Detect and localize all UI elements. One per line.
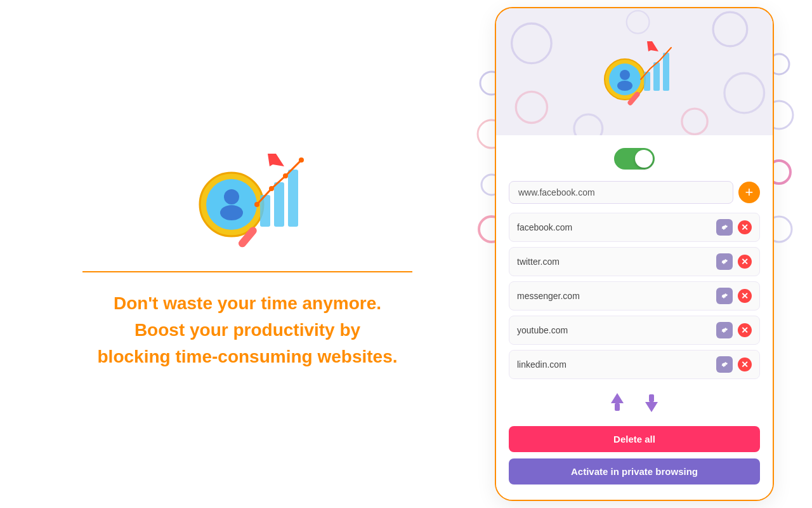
svg-point-30 <box>620 70 630 80</box>
svg-marker-37 <box>611 393 624 403</box>
site-settings-button[interactable] <box>716 356 733 373</box>
svg-point-27 <box>627 11 650 34</box>
list-item: twitter.com ✕ <box>509 247 760 276</box>
site-name: twitter.com <box>517 257 711 267</box>
right-section: + facebook.com ✕ twitter.com ✕ <box>495 7 774 501</box>
svg-point-12 <box>299 157 304 163</box>
list-item: linkedin.com ✕ <box>509 350 760 379</box>
sort-up-button[interactable] <box>605 391 629 415</box>
site-remove-button[interactable]: ✕ <box>738 255 752 269</box>
svg-point-9 <box>254 202 259 207</box>
sort-row <box>509 391 760 415</box>
url-input[interactable] <box>509 181 733 204</box>
site-settings-button[interactable] <box>716 288 733 304</box>
site-settings-button[interactable] <box>716 219 733 236</box>
svg-rect-38 <box>615 403 620 411</box>
divider <box>82 271 412 272</box>
toggle-row <box>509 148 760 170</box>
svg-point-21 <box>512 23 552 64</box>
site-settings-button[interactable] <box>716 253 733 270</box>
list-item: messenger.com ✕ <box>509 281 760 311</box>
svg-point-25 <box>724 73 764 113</box>
svg-rect-6 <box>274 182 284 227</box>
svg-point-11 <box>283 173 288 178</box>
site-name: messenger.com <box>517 291 711 301</box>
card-header <box>496 8 773 135</box>
site-name: facebook.com <box>517 222 711 232</box>
url-input-row: + <box>509 181 760 204</box>
delete-all-button[interactable]: Delete all <box>509 426 760 452</box>
blocking-toggle[interactable] <box>614 148 655 170</box>
svg-point-3 <box>220 205 243 220</box>
site-remove-button[interactable]: ✕ <box>738 323 752 337</box>
svg-point-22 <box>516 91 547 123</box>
card-body: + facebook.com ✕ twitter.com ✕ <box>496 135 773 500</box>
site-name: linkedin.com <box>517 359 711 370</box>
site-remove-button[interactable]: ✕ <box>738 289 752 303</box>
sort-down-button[interactable] <box>639 391 664 415</box>
svg-rect-39 <box>649 394 654 402</box>
svg-rect-34 <box>653 62 660 91</box>
list-item: facebook.com ✕ <box>509 213 760 242</box>
private-browsing-button[interactable]: Activate in private browsing <box>509 458 760 485</box>
hero-illustration <box>178 138 317 252</box>
list-item: youtube.com ✕ <box>509 316 760 345</box>
svg-marker-36 <box>647 41 658 51</box>
site-list: facebook.com ✕ twitter.com ✕ messenger.c… <box>509 213 760 379</box>
add-site-button[interactable]: + <box>738 182 760 203</box>
site-settings-button[interactable] <box>716 322 733 338</box>
svg-marker-40 <box>645 402 658 412</box>
svg-point-26 <box>682 109 707 134</box>
svg-point-10 <box>269 186 274 191</box>
site-remove-button[interactable]: ✕ <box>738 358 752 371</box>
svg-point-24 <box>713 12 747 46</box>
toggle-knob <box>635 150 653 168</box>
svg-rect-7 <box>288 170 298 227</box>
svg-point-23 <box>574 114 603 135</box>
site-remove-button[interactable]: ✕ <box>738 220 752 234</box>
site-name: youtube.com <box>517 325 711 335</box>
svg-point-2 <box>224 189 239 204</box>
svg-marker-8 <box>268 154 284 166</box>
svg-rect-35 <box>663 53 669 91</box>
hero-text: Don't waste your time anymore. Boost you… <box>98 290 398 370</box>
phone-card: + facebook.com ✕ twitter.com ✕ <box>495 7 774 501</box>
svg-point-31 <box>617 81 632 91</box>
left-section: Don't waste your time anymore. Boost you… <box>0 112 495 396</box>
